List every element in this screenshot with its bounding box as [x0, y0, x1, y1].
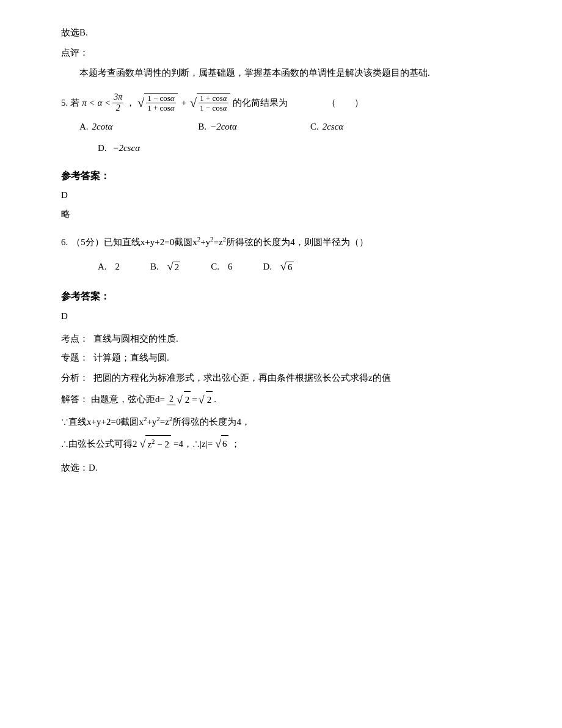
q5-optB-value: −2cotα — [210, 119, 237, 135]
q5-sqrt1: √ 1 − cosα 1 + cosα — [137, 93, 177, 113]
jie-line: 解答： 由题意，弦心距d= 2 √2 = √2 . — [61, 390, 513, 410]
therefore2-eq: =4，∴|z|= — [173, 436, 213, 452]
q5-optB[interactable]: B. −2cotα — [198, 119, 237, 135]
q5-optC-label: C. — [310, 119, 319, 135]
jie-d-expr: 2 √2 = √2 . — [167, 390, 216, 410]
answer-6: 参考答案： D 考点： 直线与圆相交的性质. 专题： 计算题；直线与圆. 分析：… — [61, 288, 513, 477]
q5-fraction-3pi2: 3π 2 — [112, 92, 123, 114]
q5-optC-value: 2cscα — [323, 119, 344, 135]
jie-text: 由题意，弦心距d= — [91, 391, 165, 408]
q5-optA[interactable]: A. 2cotα — [79, 119, 112, 135]
question-6: 6. （5分）已知直线x+y+2=0截圆x2+y2=z2所得弦的长度为4，则圆半… — [61, 233, 513, 276]
therefore2-sqrt6: √6 — [215, 434, 228, 454]
q5-sqrt2: √ 1 + cosα 1 − cosα — [190, 93, 230, 113]
zhuanti-line: 专题： 计算题；直线与圆. — [61, 350, 513, 366]
q6-optD-value: √6 — [280, 257, 293, 276]
question-5: 5. 若 π < α < 3π 2 ， √ 1 − cosα 1 + cosα — [61, 92, 513, 156]
q6-optD-label: D. — [263, 259, 272, 275]
ans5-lue: 略 — [61, 206, 513, 222]
therefore2-semi: ； — [231, 436, 240, 452]
ans6-header: 参考答案： — [61, 288, 513, 306]
zhuanti-label: 专题： — [61, 350, 89, 366]
q6-optA[interactable]: A. 2 — [98, 259, 120, 275]
q5-statement: 5. 若 π < α < 3π 2 ， √ 1 − cosα 1 + cosα — [61, 92, 513, 114]
guxuan-d: 故选：D. — [61, 460, 513, 476]
zhuanti-content: 计算题；直线与圆. — [93, 350, 169, 366]
q5-bracket: （ ） — [327, 95, 363, 111]
q5-optB-label: B. — [198, 119, 206, 135]
q6-statement: 6. （5分）已知直线x+y+2=0截圆x2+y2=z2所得弦的长度为4，则圆半… — [61, 233, 513, 251]
page-content: 故选B. 点评： 本题考查函数单调性的判断，属基础题，掌握基本函数的单调性是解决… — [61, 24, 513, 476]
q6-optB[interactable]: B. √2 — [150, 257, 180, 276]
therefore1-symbol: ∵直线x+y+2=0截圆x2+y2=z2所得弦的长度为4， — [61, 417, 250, 427]
ans5-letter: D — [61, 187, 513, 204]
therefore2-sqrt: √ z2 − 2 — [140, 434, 172, 454]
ans6-letter: D — [61, 308, 513, 325]
q5-optC[interactable]: C. 2cscα — [310, 119, 343, 135]
q5-plus: + — [181, 95, 186, 111]
q6-optB-value: √2 — [167, 257, 180, 276]
therefore1-line: ∵直线x+y+2=0截圆x2+y2=z2所得弦的长度为4， — [61, 413, 513, 430]
q5-optA-label: A. — [79, 119, 89, 135]
q6-optD[interactable]: D. √6 — [263, 257, 294, 276]
comment-content: 本题考查函数单调性的判断，属基础题，掌握基本函数的单调性是解决该类题目的基础. — [61, 65, 513, 81]
comment-block: 点评： 本题考查函数单调性的判断，属基础题，掌握基本函数的单调性是解决该类题目的… — [61, 45, 513, 81]
kaodian-label: 考点： — [61, 331, 89, 347]
q6-prefix: （5分）已知直线x+y+2=0截圆x2+y2=z2所得弦的长度为4，则圆半径为（… — [71, 233, 368, 251]
q6-optB-label: B. — [150, 259, 159, 275]
fenxi-content: 把圆的方程化为标准形式，求出弦心距，再由条件根据弦长公式求得z的值 — [93, 370, 391, 386]
q5-comma: ， — [126, 95, 135, 111]
q6-optC-label: C. — [211, 259, 219, 275]
therefore2-line: ∴由弦长公式可得2 √ z2 − 2 =4，∴|z|= √6 ； — [61, 434, 513, 454]
fenxi-line: 分析： 把圆的方程化为标准形式，求出弦心距，再由条件根据弦长公式求得z的值 — [61, 370, 513, 386]
q5-optD-value: −2cscα — [112, 143, 140, 153]
q5-condition: π < α < 3π 2 — [82, 92, 123, 114]
ans5-header: 参考答案： — [61, 167, 513, 185]
comment-label: 点评： — [61, 45, 513, 61]
kaodian-line: 考点： 直线与圆相交的性质. — [61, 331, 513, 347]
q5-prefix: 若 — [70, 95, 79, 111]
q5-optD-row[interactable]: D. −2cscα — [98, 140, 513, 156]
q5-suffix: 的化简结果为 — [233, 95, 288, 111]
q6-options: A. 2 B. √2 C. 6 D. √6 — [98, 257, 513, 276]
guxuan-b: 故选B. — [61, 24, 513, 41]
q6-optA-label: A. — [98, 259, 107, 275]
q6-number: 6. — [61, 234, 68, 251]
q5-optD-label: D. — [98, 143, 107, 153]
q6-optC[interactable]: C. 6 — [211, 259, 232, 275]
q6-optC-value: 6 — [228, 259, 233, 275]
fenxi-label: 分析： — [61, 370, 89, 386]
q5-options: A. 2cotα B. −2cotα C. 2cscα — [79, 119, 513, 135]
q5-optA-value: 2cotα — [92, 119, 113, 135]
jie-label: 解答： — [61, 391, 89, 408]
q5-number: 5. — [61, 95, 68, 111]
kaodian-content: 直线与圆相交的性质. — [93, 331, 178, 347]
therefore2-prefix: ∴由弦长公式可得2 — [61, 436, 137, 452]
q6-optA-value: 2 — [115, 259, 120, 275]
answer-5: 参考答案： D 略 — [61, 167, 513, 223]
